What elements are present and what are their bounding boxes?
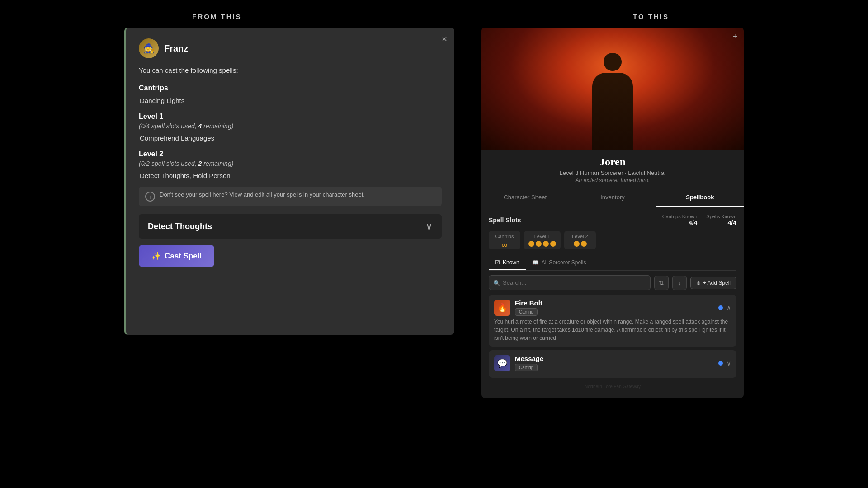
level1-pips xyxy=(528,241,556,247)
tabs-row: Character Sheet Inventory Spellbook xyxy=(481,188,744,207)
level1-heading: Level 1 xyxy=(139,113,442,121)
spell-detect-hold: Detect Thoughts, Hold Person xyxy=(140,172,442,179)
character-portrait: + xyxy=(481,28,744,150)
spell-selector[interactable]: Detect Thoughts ∨ xyxy=(139,214,442,239)
checkbox-icon: ☑ xyxy=(495,259,500,266)
message-icon: 💬 xyxy=(494,355,510,371)
selected-spell: Detect Thoughts xyxy=(148,222,212,231)
right-panel: + Joren Level 3 Human Sorcerer · Lawful … xyxy=(481,28,744,398)
plus-icon: ⊕ xyxy=(696,280,701,286)
chevron-down-icon: ∨ xyxy=(425,221,433,232)
right-close-button[interactable]: + xyxy=(732,32,737,42)
cantrips-known-label: Cantrips Known xyxy=(662,214,698,219)
level1-remaining-label: remaining) xyxy=(203,122,233,130)
character-header: 🧙 Franz xyxy=(139,38,442,58)
level2-remaining: 2 xyxy=(198,160,202,167)
level1-remaining: 4 xyxy=(198,122,202,130)
message-dot xyxy=(718,361,723,366)
search-icon: 🔍 xyxy=(493,279,500,286)
level1-slots: (0/4 spell slots used, 4 remaining) xyxy=(139,122,442,130)
wand-icon: ✨ xyxy=(151,251,161,261)
left-close-button[interactable]: × xyxy=(442,34,447,44)
level2-slots-text: (0/2 spell slots used, xyxy=(139,160,197,167)
all-sorcerer-label: All Sorcerer Spells xyxy=(542,259,586,266)
spells-known: Spells Known 4/4 xyxy=(706,214,736,226)
level2-slots: (0/2 spell slots used, 2 remaining) xyxy=(139,160,442,167)
avatar: 🧙 xyxy=(139,38,159,58)
tab-inventory[interactable]: Inventory xyxy=(569,188,656,207)
level2-slot-label: Level 2 xyxy=(569,234,591,239)
pip-3 xyxy=(543,241,549,247)
spell-card-fire-bolt: 🔥 Fire Bolt Cantrip ∧ You hurl a mote of… xyxy=(489,295,736,347)
fire-bolt-expand-icon[interactable]: ∧ xyxy=(726,304,731,311)
level1-slots-text: (0/4 spell slots used, xyxy=(139,122,197,130)
spell-card-message: 💬 Message Cantrip ∨ xyxy=(489,350,736,378)
slots-row: Cantrips ∞ Level 1 xyxy=(489,231,736,249)
message-header: 💬 Message Cantrip ∨ xyxy=(494,355,731,371)
level2-pips xyxy=(569,241,591,247)
all-sorcerer-tab[interactable]: 📖 All Sorcerer Spells xyxy=(526,256,593,270)
intro-text: You can cast the following spells: xyxy=(139,66,442,74)
search-wrap: 🔍 xyxy=(489,275,651,290)
fire-bolt-icon: 🔥 xyxy=(494,300,510,316)
pip-2 xyxy=(536,241,542,247)
filter-button[interactable]: ⇅ xyxy=(654,276,669,290)
character-info: Joren Level 3 Human Sorcerer · Lawful Ne… xyxy=(481,150,744,188)
spell-slots-section: Spell Slots Cantrips Known 4/4 Spells Kn… xyxy=(489,214,736,249)
search-input[interactable] xyxy=(489,275,651,290)
spell-slots-title: Spell Slots xyxy=(489,216,521,224)
cantrips-known-value: 4/4 xyxy=(662,219,698,226)
book-icon: 📖 xyxy=(532,259,539,266)
to-label: TO THIS xyxy=(434,13,868,20)
message-name: Message xyxy=(515,355,543,362)
tab-spellbook[interactable]: Spellbook xyxy=(656,188,744,207)
known-tabs-row: ☑ Known 📖 All Sorcerer Spells xyxy=(489,256,736,271)
fire-bolt-dot xyxy=(718,305,723,310)
tab-character-sheet[interactable]: Character Sheet xyxy=(481,188,569,207)
info-box: i Don't see your spell here? View and ed… xyxy=(139,187,442,206)
sort-button[interactable]: ↕ xyxy=(672,276,687,290)
left-panel: × 🧙 Franz You can cast the following spe… xyxy=(124,28,454,335)
spellbook-content: Spell Slots Cantrips Known 4/4 Spells Kn… xyxy=(481,207,744,398)
spell-slots-header: Spell Slots Cantrips Known 4/4 Spells Kn… xyxy=(489,214,736,226)
cantrips-known: Cantrips Known 4/4 xyxy=(662,214,698,226)
fire-bolt-name: Fire Bolt xyxy=(515,299,542,307)
fire-bolt-tag: Cantrip xyxy=(515,308,538,316)
add-spell-label: + Add Spell xyxy=(703,280,731,286)
fire-bolt-left: 🔥 Fire Bolt Cantrip xyxy=(494,299,542,316)
character-name: Franz xyxy=(164,43,188,54)
level1-slot-label: Level 1 xyxy=(528,234,556,239)
spells-known-label: Spells Known xyxy=(706,214,736,219)
info-text: Don't see your spell here? View and edit… xyxy=(160,191,365,198)
known-tab-label: Known xyxy=(503,259,519,266)
watermark: Northern Lore Fan Gateway xyxy=(489,381,736,392)
fire-bolt-right: ∧ xyxy=(718,304,731,311)
cast-spell-label: Cast Spell xyxy=(165,252,202,261)
cantrips-heading: Cantrips xyxy=(139,84,442,92)
message-expand-icon[interactable]: ∨ xyxy=(726,360,731,367)
message-right: ∨ xyxy=(718,360,731,367)
level2-heading: Level 2 xyxy=(139,150,442,158)
level1-slot-group: Level 1 xyxy=(524,231,561,249)
fire-bolt-info: Fire Bolt Cantrip xyxy=(515,299,542,316)
info-icon: i xyxy=(145,192,155,202)
avatar-emoji: 🧙 xyxy=(143,43,155,54)
cast-spell-button[interactable]: ✨ Cast Spell xyxy=(139,245,214,267)
cantrips-slot-label: Cantrips xyxy=(493,234,516,239)
pip-4 xyxy=(550,241,556,247)
from-label: FROM THIS xyxy=(0,13,434,20)
right-char-subtitle: Level 3 Human Sorcerer · Lawful Neutral xyxy=(491,169,735,176)
cantrip-dancing-lights: Dancing Lights xyxy=(140,97,442,104)
spells-known-value: 4/4 xyxy=(706,219,736,226)
message-tag: Cantrip xyxy=(515,364,538,371)
level2-slot-group: Level 2 xyxy=(564,231,596,249)
message-info: Message Cantrip xyxy=(515,355,543,371)
known-tab[interactable]: ☑ Known xyxy=(489,256,526,270)
fire-bolt-desc: You hurl a mote of fire at a creature or… xyxy=(494,318,731,342)
cantrips-pips: ∞ xyxy=(493,241,516,247)
add-spell-button[interactable]: ⊕ + Add Spell xyxy=(690,277,736,289)
fire-bolt-header: 🔥 Fire Bolt Cantrip ∧ xyxy=(494,299,731,316)
cantrips-slot-group: Cantrips ∞ xyxy=(489,231,520,249)
pip-l2-2 xyxy=(581,241,587,247)
message-left: 💬 Message Cantrip xyxy=(494,355,543,371)
